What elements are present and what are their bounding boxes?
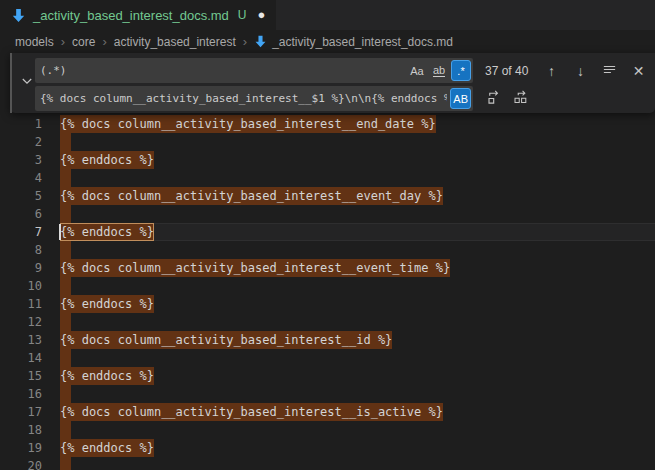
line-number: 10 xyxy=(0,277,42,295)
code-line[interactable]: 19{% enddocs %} xyxy=(0,439,655,457)
find-match-highlight: {% docs column__activity_based_interest_… xyxy=(60,331,392,349)
tab-filename: _activity_based_interest_docs.md xyxy=(33,8,229,23)
code-line[interactable]: 17{% docs column__activity_based_interes… xyxy=(0,403,655,421)
breadcrumb: models › core › activity_based_interest … xyxy=(0,30,655,53)
chevron-down-icon xyxy=(20,74,34,92)
code-text xyxy=(60,349,655,367)
line-number: 1 xyxy=(0,115,42,133)
code-line[interactable]: 9{% docs column__activity_based_interest… xyxy=(0,259,655,277)
breadcrumb-item-core[interactable]: core xyxy=(72,35,95,49)
code-line[interactable]: 10 xyxy=(0,277,655,295)
code-text: {% docs column__activity_based_interest_… xyxy=(60,331,655,349)
replace-button[interactable] xyxy=(484,86,503,111)
whole-word-button[interactable]: ab xyxy=(429,60,449,81)
line-number: 11 xyxy=(0,295,42,313)
code-text xyxy=(60,169,655,187)
code-line[interactable]: 14 xyxy=(0,349,655,367)
code-text xyxy=(60,385,655,403)
regex-button[interactable]: .* xyxy=(451,60,471,81)
find-match-highlight xyxy=(60,241,71,259)
replace-input[interactable] xyxy=(35,86,473,111)
chevron-right-icon: › xyxy=(61,35,65,48)
toggle-replace-button[interactable] xyxy=(18,74,36,92)
line-number: 8 xyxy=(0,241,42,259)
close-icon: ✕ xyxy=(633,63,645,79)
text-cursor xyxy=(59,224,61,240)
widget-resize-sash[interactable] xyxy=(10,53,12,113)
line-number: 16 xyxy=(0,385,42,403)
code-text xyxy=(60,241,655,259)
find-replace-widget: Aa ab .* 37 of 40 ↑ ↓ ✕ AB xyxy=(10,53,655,113)
code-text xyxy=(60,205,655,223)
breadcrumb-filename: _activity_based_interest_docs.md xyxy=(272,35,453,49)
find-match-highlight: {% docs column__activity_based_interest_… xyxy=(60,259,450,277)
line-number: 15 xyxy=(0,367,42,385)
find-match-highlight: {% enddocs %} xyxy=(60,367,154,385)
code-line[interactable]: 8 xyxy=(0,241,655,259)
chevron-right-icon: › xyxy=(102,35,106,48)
find-match-highlight: {% enddocs %} xyxy=(60,295,154,313)
code-line[interactable]: 4 xyxy=(0,169,655,187)
current-find-match: {% enddocs %} xyxy=(60,223,154,241)
find-match-highlight xyxy=(60,169,71,187)
breadcrumb-item-models[interactable]: models xyxy=(15,35,54,49)
code-line[interactable]: 6 xyxy=(0,205,655,223)
line-number: 4 xyxy=(0,169,42,187)
line-number: 17 xyxy=(0,403,42,421)
line-number: 3 xyxy=(0,151,42,169)
git-status-badge: U xyxy=(238,8,247,22)
code-text: {% enddocs %} xyxy=(60,295,655,313)
find-match-highlight xyxy=(60,205,71,223)
find-in-selection-button[interactable] xyxy=(600,58,619,83)
selection-lines-icon xyxy=(602,62,617,80)
code-line[interactable]: 13{% docs column__activity_based_interes… xyxy=(0,331,655,349)
preserve-case-button[interactable]: AB xyxy=(450,88,471,109)
code-line[interactable]: 12 xyxy=(0,313,655,331)
find-previous-button[interactable]: ↑ xyxy=(542,58,561,83)
code-text xyxy=(60,133,655,151)
find-match-highlight: {% docs column__activity_based_interest_… xyxy=(60,403,443,421)
line-number: 6 xyxy=(0,205,42,223)
code-line[interactable]: 2 xyxy=(0,133,655,151)
vscode-window: _activity_based_interest_docs.md U ● mod… xyxy=(0,0,655,470)
code-line[interactable]: 11{% enddocs %} xyxy=(0,295,655,313)
find-match-highlight xyxy=(60,457,71,470)
code-text: {% docs column__activity_based_interest_… xyxy=(60,115,655,133)
find-match-highlight xyxy=(60,385,71,403)
line-number: 18 xyxy=(0,421,42,439)
tab-active-file[interactable]: _activity_based_interest_docs.md U ● xyxy=(0,0,276,30)
line-number: 13 xyxy=(0,331,42,349)
find-match-highlight: {% enddocs %} xyxy=(60,439,154,457)
line-number: 14 xyxy=(0,349,42,367)
match-case-button[interactable]: Aa xyxy=(407,60,427,81)
replace-all-button[interactable] xyxy=(511,86,530,111)
code-text: {% docs column__activity_based_interest_… xyxy=(60,187,655,205)
breadcrumb-item-file[interactable]: _activity_based_interest_docs.md xyxy=(254,35,453,49)
find-next-button[interactable]: ↓ xyxy=(571,58,590,83)
replace-icon xyxy=(486,90,501,108)
code-line[interactable]: 7{% enddocs %} xyxy=(0,223,655,241)
code-line[interactable]: 18 xyxy=(0,421,655,439)
code-text: {% enddocs %} xyxy=(60,367,655,385)
breadcrumb-item-folder[interactable]: activity_based_interest xyxy=(114,35,236,49)
code-line[interactable]: 16 xyxy=(0,385,655,403)
find-match-highlight: {% docs column__activity_based_interest_… xyxy=(60,187,443,205)
close-find-button[interactable]: ✕ xyxy=(629,58,648,83)
find-match-highlight xyxy=(60,313,71,331)
line-number: 19 xyxy=(0,439,42,457)
code-lines: 1{% docs column__activity_based_interest… xyxy=(0,115,655,470)
code-line[interactable]: 20 xyxy=(0,457,655,470)
code-line[interactable]: 5{% docs column__activity_based_interest… xyxy=(0,187,655,205)
chevron-right-icon: › xyxy=(243,35,247,48)
code-text: {% enddocs %} xyxy=(60,223,655,241)
tab-bar: _activity_based_interest_docs.md U ● xyxy=(0,0,655,30)
line-number: 5 xyxy=(0,187,42,205)
code-line[interactable]: 1{% docs column__activity_based_interest… xyxy=(0,115,655,133)
find-match-highlight: {% docs column__activity_based_interest_… xyxy=(60,115,436,133)
code-text: {% enddocs %} xyxy=(60,439,655,457)
line-number: 20 xyxy=(0,457,42,470)
code-text xyxy=(60,277,655,295)
code-line[interactable]: 15{% enddocs %} xyxy=(0,367,655,385)
unsaved-changes-dot[interactable]: ● xyxy=(258,0,266,30)
code-line[interactable]: 3{% enddocs %} xyxy=(0,151,655,169)
